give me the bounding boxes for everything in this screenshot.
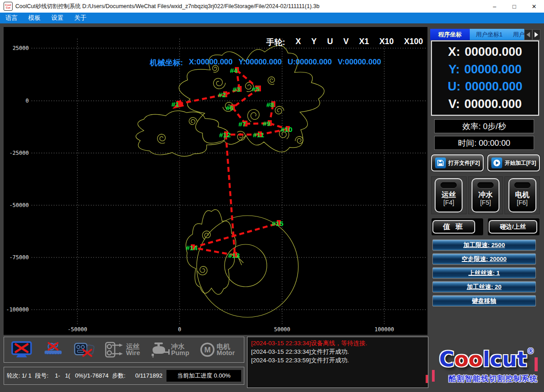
coord-tabs: 程序坐标用户坐标1用户坐标 — [430, 29, 524, 41]
log-panel[interactable]: [2024-03-15 22:33:34]设备离线，等待连接.[2024-03-… — [247, 337, 428, 388]
log-entry-1: [2024-03-15 22:33:34]设备离线，等待连接. — [251, 339, 424, 347]
play-icon — [491, 158, 502, 168]
chevron-left-icon — [526, 32, 530, 37]
pattern-curl — [237, 131, 245, 140]
point-label-12: #12 — [219, 131, 231, 139]
round-counter: 轮次: 1/ 1 — [7, 372, 31, 380]
param-bar-1[interactable]: 加工限速: 2500 — [432, 239, 536, 251]
edge-wire-button[interactable]: 碰边/上丝 — [489, 220, 537, 234]
faucet-icon — [150, 342, 170, 358]
pump-status: 冲水 Pump — [150, 342, 189, 358]
param-bar-5[interactable]: 键盘移轴 — [432, 295, 536, 306]
start-machining-label: 开始加工[F3] — [505, 159, 536, 167]
logo-letter-c: C — [439, 347, 454, 371]
toggle-label: 运丝 — [441, 190, 456, 199]
param-bar-2[interactable]: 空走限速: 20000 — [432, 253, 536, 265]
pattern-curl — [295, 136, 303, 143]
progress-display: 当前加工进度 0.00% — [166, 370, 241, 382]
log-scrollbar[interactable] — [426, 375, 428, 383]
menu-item-1[interactable]: 语言 — [5, 14, 18, 22]
menu-item-3[interactable]: 设置 — [51, 14, 63, 22]
y-axis-tick: -25000 — [9, 150, 29, 156]
toggle-button-f5[interactable]: 冲水[F5] — [472, 178, 499, 212]
handwheel-axis-x100[interactable]: X100 — [404, 37, 423, 48]
device-status-panel: 运丝 Wire 冲水 Pump M 电机 Motor — [4, 337, 244, 363]
machine-coord-value-2: Y:00000.000 — [238, 58, 282, 68]
toolpath-group — [178, 70, 288, 255]
close-button[interactable]: ✕ — [524, 0, 544, 13]
handwheel-axis-x10[interactable]: X10 — [379, 37, 394, 48]
toggle-cell-2: 冲水[F5] — [468, 176, 504, 214]
toggle-led-indicator — [477, 182, 494, 188]
param-bar-3[interactable]: 上丝丝速: 1 — [432, 267, 536, 279]
coord-value: 00000.000 — [465, 80, 522, 94]
coord-tabstrip: 程序坐标用户坐标1用户坐标 — [430, 29, 540, 41]
handwheel-axis-x[interactable]: X — [296, 37, 301, 48]
tab-scroll-right-button[interactable] — [532, 29, 540, 40]
param-bar-4[interactable]: 加工丝速: 20 — [432, 281, 536, 293]
handwheel-axis-u[interactable]: U — [327, 37, 333, 48]
toggle-led-indicator — [514, 182, 531, 188]
toggle-label: 电机 — [515, 190, 530, 199]
point-label-8: #8 — [266, 101, 274, 108]
handwheel-axis-v[interactable]: V — [343, 37, 349, 48]
floppy-disk-icon — [435, 158, 446, 168]
time-display: 时间: 00:00:00 — [434, 136, 534, 150]
minimize-button[interactable]: – — [485, 0, 504, 13]
app-icon-text2: Cut — [6, 6, 10, 9]
pump-status-label: 冲水 Pump — [171, 343, 189, 356]
wire-label-en: Wire — [126, 350, 140, 356]
coolcut-logo: Coolcut® — [439, 347, 535, 371]
y-axis-tick: -100000 — [6, 306, 29, 313]
x-axis-tick: -50000 — [67, 326, 87, 333]
toggle-button-f6[interactable]: 电机[F6] — [508, 178, 536, 212]
y-axis-tick: -75000 — [9, 254, 29, 261]
cad-pattern — [136, 45, 324, 317]
edge-group: 碰边/上丝 — [487, 218, 540, 236]
toggle-led-indicator — [441, 182, 457, 188]
chevron-right-icon — [535, 32, 538, 37]
tab-scroll-left-button[interactable] — [524, 29, 532, 40]
wire-label-cn: 运丝 — [126, 343, 140, 350]
open-file-button[interactable]: 打开文件[F2] — [431, 154, 484, 171]
machine-coords-label: 机械坐标: — [150, 58, 183, 68]
x-axis-tick: 50000 — [274, 326, 290, 333]
duty-button[interactable]: 值 班 — [432, 220, 475, 234]
pattern-curl — [213, 78, 225, 89]
toggle-label: 冲水 — [478, 190, 493, 199]
duty-row: 值 班 碰边/上丝 — [431, 218, 540, 236]
handwheel-axis-y[interactable]: Y — [311, 37, 317, 48]
file-command-row: 打开文件[F2] 开始加工[F3] — [431, 154, 540, 173]
step-counter: 步数: 0/1171892 — [112, 372, 162, 380]
registered-mark: ® — [527, 347, 535, 356]
menu-item-2[interactable]: 模板 — [28, 14, 40, 22]
toggle-key-label: [F4] — [443, 199, 454, 207]
pattern-curl — [247, 109, 259, 122]
machine-coords-row: 机械坐标:X:00000.000Y:00000.000U:00000.000V:… — [150, 58, 381, 68]
segment-counter: 段号: 1- 1( 0%)/1-76874 — [35, 372, 108, 380]
y-axis-tick: -50000 — [9, 202, 29, 208]
logo-accent-right — [535, 357, 538, 371]
tab-1[interactable]: 程序坐标 — [430, 29, 470, 41]
handwheel-axis-x1[interactable]: X1 — [359, 37, 369, 48]
machining-status-bar: 轮次: 1/ 1 段号: 1- 1( 0%)/1-76874 步数: 0/117… — [4, 367, 244, 385]
tab-3[interactable]: 用户坐标 — [508, 29, 524, 41]
menu-item-4[interactable]: 关于 — [74, 14, 86, 22]
coord-row-v: V:00000.000 — [432, 97, 538, 111]
machine-coord-value-3: U:00000.000 — [288, 58, 332, 68]
maximize-button[interactable]: □ — [504, 0, 524, 13]
toolpath-segment — [193, 223, 279, 248]
pattern-outer-circle — [197, 216, 298, 317]
tab-2[interactable]: 用户坐标1 — [470, 29, 508, 41]
parameter-bars: 加工限速: 2500空走限速: 20000上丝丝速: 1加工丝速: 20键盘移轴 — [432, 239, 536, 306]
toggle-button-f4[interactable]: 运丝[F4] — [435, 178, 463, 212]
plot-canvas[interactable]: 250000-25000-50000-75000-100000-50000050… — [4, 27, 427, 335]
pattern-curl — [202, 231, 211, 239]
coord-value: 00000.000 — [465, 45, 522, 59]
point-label-13: #13 — [228, 252, 240, 259]
pump-label-cn: 冲水 — [171, 343, 189, 350]
logo-letters-oo: oo — [454, 347, 483, 371]
duty-group: 值 班 — [431, 218, 484, 236]
point-label-7: #7 — [238, 120, 246, 128]
start-machining-button[interactable]: 开始加工[F3] — [487, 154, 540, 171]
